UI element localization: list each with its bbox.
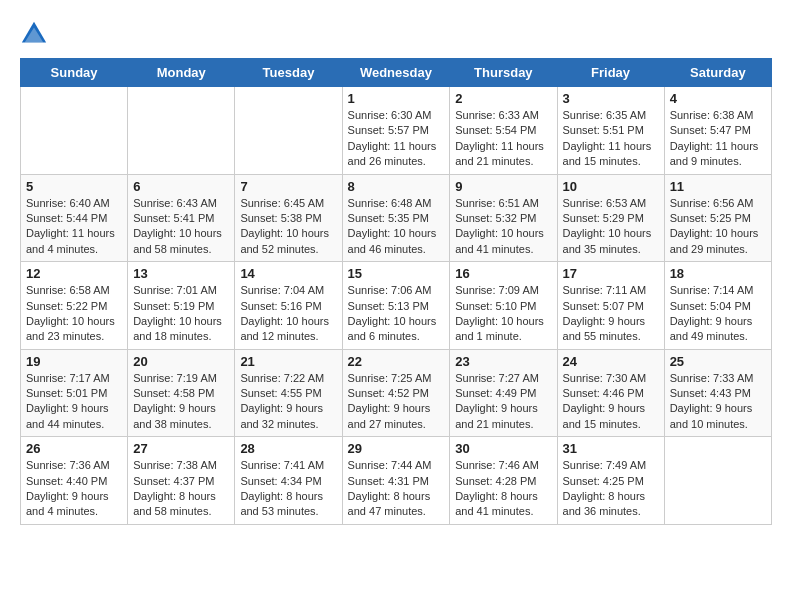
day-number: 1 <box>348 91 445 106</box>
calendar-cell: 29Sunrise: 7:44 AMSunset: 4:31 PMDayligh… <box>342 437 450 525</box>
day-info: Sunrise: 7:09 AMSunset: 5:10 PMDaylight:… <box>455 283 551 345</box>
day-info: Sunrise: 7:19 AMSunset: 4:58 PMDaylight:… <box>133 371 229 433</box>
day-number: 12 <box>26 266 122 281</box>
day-number: 31 <box>563 441 659 456</box>
calendar-cell: 19Sunrise: 7:17 AMSunset: 5:01 PMDayligh… <box>21 349 128 437</box>
calendar-cell: 23Sunrise: 7:27 AMSunset: 4:49 PMDayligh… <box>450 349 557 437</box>
day-info: Sunrise: 6:56 AMSunset: 5:25 PMDaylight:… <box>670 196 766 258</box>
day-number: 18 <box>670 266 766 281</box>
day-number: 16 <box>455 266 551 281</box>
calendar-cell: 8Sunrise: 6:48 AMSunset: 5:35 PMDaylight… <box>342 174 450 262</box>
day-info: Sunrise: 7:49 AMSunset: 4:25 PMDaylight:… <box>563 458 659 520</box>
calendar-week-1: 1Sunrise: 6:30 AMSunset: 5:57 PMDaylight… <box>21 87 772 175</box>
calendar-cell <box>235 87 342 175</box>
day-info: Sunrise: 7:36 AMSunset: 4:40 PMDaylight:… <box>26 458 122 520</box>
logo-icon <box>20 20 48 48</box>
day-number: 22 <box>348 354 445 369</box>
calendar-cell: 12Sunrise: 6:58 AMSunset: 5:22 PMDayligh… <box>21 262 128 350</box>
day-number: 9 <box>455 179 551 194</box>
calendar-cell: 14Sunrise: 7:04 AMSunset: 5:16 PMDayligh… <box>235 262 342 350</box>
calendar-cell: 3Sunrise: 6:35 AMSunset: 5:51 PMDaylight… <box>557 87 664 175</box>
day-number: 4 <box>670 91 766 106</box>
calendar-cell: 26Sunrise: 7:36 AMSunset: 4:40 PMDayligh… <box>21 437 128 525</box>
day-number: 26 <box>26 441 122 456</box>
calendar-cell: 17Sunrise: 7:11 AMSunset: 5:07 PMDayligh… <box>557 262 664 350</box>
day-number: 25 <box>670 354 766 369</box>
day-number: 30 <box>455 441 551 456</box>
day-info: Sunrise: 6:45 AMSunset: 5:38 PMDaylight:… <box>240 196 336 258</box>
day-number: 10 <box>563 179 659 194</box>
calendar-cell: 27Sunrise: 7:38 AMSunset: 4:37 PMDayligh… <box>128 437 235 525</box>
day-info: Sunrise: 7:46 AMSunset: 4:28 PMDaylight:… <box>455 458 551 520</box>
calendar-cell: 15Sunrise: 7:06 AMSunset: 5:13 PMDayligh… <box>342 262 450 350</box>
calendar-cell: 31Sunrise: 7:49 AMSunset: 4:25 PMDayligh… <box>557 437 664 525</box>
day-info: Sunrise: 6:40 AMSunset: 5:44 PMDaylight:… <box>26 196 122 258</box>
day-number: 17 <box>563 266 659 281</box>
day-info: Sunrise: 6:33 AMSunset: 5:54 PMDaylight:… <box>455 108 551 170</box>
weekday-thursday: Thursday <box>450 59 557 87</box>
calendar-table: SundayMondayTuesdayWednesdayThursdayFrid… <box>20 58 772 525</box>
day-info: Sunrise: 6:58 AMSunset: 5:22 PMDaylight:… <box>26 283 122 345</box>
day-info: Sunrise: 7:33 AMSunset: 4:43 PMDaylight:… <box>670 371 766 433</box>
calendar-week-3: 12Sunrise: 6:58 AMSunset: 5:22 PMDayligh… <box>21 262 772 350</box>
day-number: 13 <box>133 266 229 281</box>
calendar-cell: 5Sunrise: 6:40 AMSunset: 5:44 PMDaylight… <box>21 174 128 262</box>
calendar-cell: 22Sunrise: 7:25 AMSunset: 4:52 PMDayligh… <box>342 349 450 437</box>
calendar-cell: 10Sunrise: 6:53 AMSunset: 5:29 PMDayligh… <box>557 174 664 262</box>
day-info: Sunrise: 6:30 AMSunset: 5:57 PMDaylight:… <box>348 108 445 170</box>
day-number: 21 <box>240 354 336 369</box>
day-info: Sunrise: 6:48 AMSunset: 5:35 PMDaylight:… <box>348 196 445 258</box>
calendar-cell: 16Sunrise: 7:09 AMSunset: 5:10 PMDayligh… <box>450 262 557 350</box>
day-info: Sunrise: 7:17 AMSunset: 5:01 PMDaylight:… <box>26 371 122 433</box>
day-number: 14 <box>240 266 336 281</box>
day-info: Sunrise: 7:06 AMSunset: 5:13 PMDaylight:… <box>348 283 445 345</box>
day-info: Sunrise: 7:14 AMSunset: 5:04 PMDaylight:… <box>670 283 766 345</box>
calendar-body: 1Sunrise: 6:30 AMSunset: 5:57 PMDaylight… <box>21 87 772 525</box>
day-info: Sunrise: 6:51 AMSunset: 5:32 PMDaylight:… <box>455 196 551 258</box>
day-number: 15 <box>348 266 445 281</box>
day-info: Sunrise: 6:53 AMSunset: 5:29 PMDaylight:… <box>563 196 659 258</box>
day-number: 2 <box>455 91 551 106</box>
calendar-cell <box>128 87 235 175</box>
day-info: Sunrise: 7:44 AMSunset: 4:31 PMDaylight:… <box>348 458 445 520</box>
weekday-monday: Monday <box>128 59 235 87</box>
weekday-tuesday: Tuesday <box>235 59 342 87</box>
calendar-cell: 6Sunrise: 6:43 AMSunset: 5:41 PMDaylight… <box>128 174 235 262</box>
day-info: Sunrise: 7:30 AMSunset: 4:46 PMDaylight:… <box>563 371 659 433</box>
day-info: Sunrise: 7:04 AMSunset: 5:16 PMDaylight:… <box>240 283 336 345</box>
day-number: 5 <box>26 179 122 194</box>
calendar-week-5: 26Sunrise: 7:36 AMSunset: 4:40 PMDayligh… <box>21 437 772 525</box>
day-info: Sunrise: 7:01 AMSunset: 5:19 PMDaylight:… <box>133 283 229 345</box>
calendar-cell: 20Sunrise: 7:19 AMSunset: 4:58 PMDayligh… <box>128 349 235 437</box>
calendar-cell: 2Sunrise: 6:33 AMSunset: 5:54 PMDaylight… <box>450 87 557 175</box>
day-info: Sunrise: 7:27 AMSunset: 4:49 PMDaylight:… <box>455 371 551 433</box>
day-number: 8 <box>348 179 445 194</box>
calendar-cell: 30Sunrise: 7:46 AMSunset: 4:28 PMDayligh… <box>450 437 557 525</box>
day-number: 3 <box>563 91 659 106</box>
day-number: 23 <box>455 354 551 369</box>
weekday-header-row: SundayMondayTuesdayWednesdayThursdayFrid… <box>21 59 772 87</box>
day-number: 7 <box>240 179 336 194</box>
day-number: 20 <box>133 354 229 369</box>
calendar-cell: 7Sunrise: 6:45 AMSunset: 5:38 PMDaylight… <box>235 174 342 262</box>
calendar-cell: 4Sunrise: 6:38 AMSunset: 5:47 PMDaylight… <box>664 87 771 175</box>
day-number: 19 <box>26 354 122 369</box>
calendar-cell: 24Sunrise: 7:30 AMSunset: 4:46 PMDayligh… <box>557 349 664 437</box>
calendar-cell: 25Sunrise: 7:33 AMSunset: 4:43 PMDayligh… <box>664 349 771 437</box>
day-info: Sunrise: 7:38 AMSunset: 4:37 PMDaylight:… <box>133 458 229 520</box>
day-number: 28 <box>240 441 336 456</box>
logo <box>20 20 52 48</box>
day-info: Sunrise: 7:11 AMSunset: 5:07 PMDaylight:… <box>563 283 659 345</box>
day-number: 24 <box>563 354 659 369</box>
day-info: Sunrise: 6:43 AMSunset: 5:41 PMDaylight:… <box>133 196 229 258</box>
page-header <box>20 20 772 48</box>
calendar-cell <box>21 87 128 175</box>
day-info: Sunrise: 7:25 AMSunset: 4:52 PMDaylight:… <box>348 371 445 433</box>
weekday-friday: Friday <box>557 59 664 87</box>
weekday-wednesday: Wednesday <box>342 59 450 87</box>
calendar-cell: 9Sunrise: 6:51 AMSunset: 5:32 PMDaylight… <box>450 174 557 262</box>
day-number: 6 <box>133 179 229 194</box>
day-number: 11 <box>670 179 766 194</box>
day-number: 29 <box>348 441 445 456</box>
day-info: Sunrise: 6:35 AMSunset: 5:51 PMDaylight:… <box>563 108 659 170</box>
